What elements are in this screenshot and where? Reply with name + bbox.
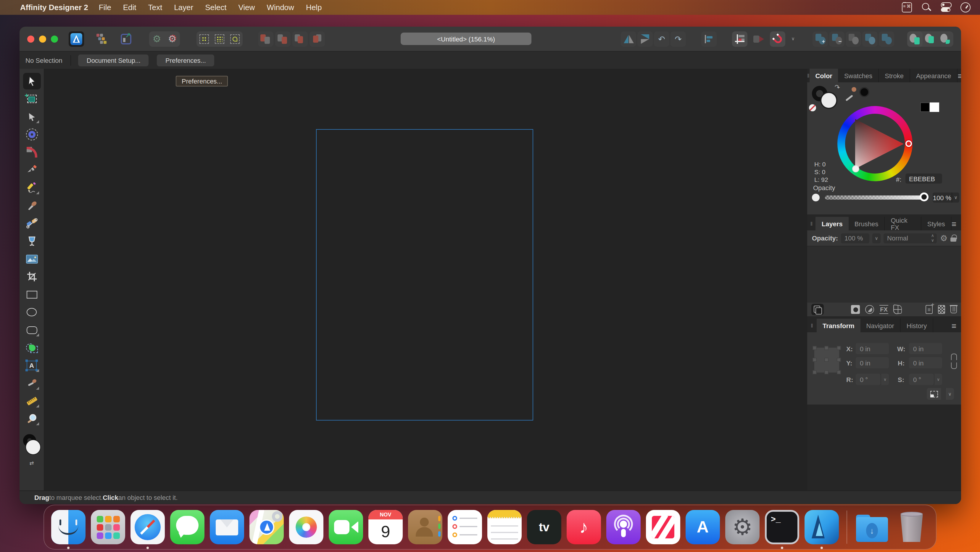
- fill-stroke-wells[interactable]: ⇄: [22, 434, 42, 461]
- flip-horizontal-button[interactable]: [621, 31, 636, 46]
- zoom-tool[interactable]: [23, 410, 41, 427]
- artboard-tool[interactable]: +: [23, 91, 41, 107]
- snapping-options-chevron[interactable]: ∨: [785, 31, 801, 46]
- default-black-swatch[interactable]: [920, 102, 930, 112]
- layers-opacity-field[interactable]: 100 %: [841, 233, 869, 243]
- move-tool[interactable]: [23, 73, 41, 89]
- panel-menu-icon[interactable]: ≡: [951, 217, 961, 230]
- swap-fill-stroke-icon[interactable]: ↷: [834, 83, 840, 91]
- snap-grid-dense-button[interactable]: [212, 31, 227, 46]
- dock-item-podcasts[interactable]: [606, 510, 641, 544]
- color-picker-tool[interactable]: [23, 375, 41, 391]
- panel-menu-icon[interactable]: ≡: [951, 319, 961, 332]
- zoom-window-button[interactable]: [51, 35, 58, 42]
- default-white-swatch[interactable]: [930, 102, 939, 112]
- rotate-cw-button[interactable]: ↷: [670, 31, 686, 46]
- rectangle-tool[interactable]: [23, 286, 41, 303]
- opacity-slider-knob[interactable]: [920, 193, 929, 201]
- delete-layer-icon[interactable]: [950, 306, 957, 313]
- r-field[interactable]: 0 °: [856, 374, 881, 385]
- r-chevron-icon[interactable]: ∨: [881, 374, 889, 385]
- add-pixel-layer-icon[interactable]: [938, 305, 945, 314]
- close-window-button[interactable]: [27, 35, 34, 42]
- vector-brush-tool[interactable]: [23, 197, 41, 214]
- artistic-text-tool[interactable]: A: [23, 357, 41, 374]
- blend-mode-select[interactable]: Normal ∧∨: [883, 233, 937, 243]
- dock-item-app-store[interactable]: A: [686, 510, 720, 544]
- lock-layer-icon[interactable]: [950, 235, 956, 242]
- tab-history[interactable]: History: [901, 319, 933, 332]
- panel-grip-icon[interactable]: ‖: [807, 217, 816, 230]
- hex-input[interactable]: EBEBEB: [905, 174, 942, 183]
- snapping-button[interactable]: [770, 31, 785, 46]
- layers-opacity-chevron[interactable]: ∨: [872, 233, 881, 243]
- dock-item-photos[interactable]: [289, 510, 323, 544]
- duplicate-layers-icon[interactable]: [811, 304, 824, 315]
- opacity-slider[interactable]: [825, 195, 924, 199]
- boolean-combine-button[interactable]: [879, 31, 894, 46]
- flip-vertical-button[interactable]: [637, 31, 653, 46]
- dock-item-trash[interactable]: [894, 510, 929, 544]
- adjustment-layer-icon[interactable]: [865, 305, 874, 314]
- forward-one-button[interactable]: [292, 31, 308, 46]
- dock-item-messages[interactable]: [170, 510, 204, 544]
- insert-on-top-mode-button[interactable]: [938, 31, 953, 46]
- rotate-ccw-button[interactable]: ↶: [654, 31, 669, 46]
- dock-item-downloads[interactable]: ↓: [855, 510, 889, 544]
- sampled-color-swatch[interactable]: [859, 87, 869, 97]
- dock-item-affinity-designer[interactable]: [805, 510, 839, 544]
- h-field[interactable]: 0 in: [909, 357, 942, 369]
- tab-brushes[interactable]: Brushes: [849, 217, 885, 230]
- document-setup-context-button[interactable]: Document Setup...: [78, 54, 149, 66]
- transform-origin-chevron[interactable]: ∨: [945, 388, 954, 400]
- measure-tool[interactable]: [23, 392, 41, 409]
- tab-quickfx[interactable]: Quick FX: [885, 217, 921, 230]
- boolean-intersect-button[interactable]: [846, 31, 861, 46]
- transparency-tool[interactable]: [23, 233, 41, 249]
- clock-icon[interactable]: [961, 2, 970, 13]
- dock-item-music[interactable]: ♪: [566, 510, 601, 544]
- menu-text[interactable]: Text: [142, 3, 168, 12]
- s-chevron-icon[interactable]: ∨: [934, 374, 942, 385]
- insert-behind-mode-button[interactable]: [907, 31, 923, 46]
- spotlight-search-icon[interactable]: [921, 2, 931, 13]
- shade-selector[interactable]: [852, 165, 859, 172]
- panel-menu-icon[interactable]: ≡: [958, 69, 961, 82]
- dock-item-news[interactable]: [646, 510, 680, 544]
- blend-options-gear-icon[interactable]: ⚙: [940, 233, 947, 243]
- dock-item-notes[interactable]: [487, 510, 522, 544]
- fill-well[interactable]: [820, 92, 837, 109]
- place-image-tool[interactable]: [23, 250, 41, 267]
- keyboard-command-palette-icon[interactable]: [902, 2, 912, 13]
- layers-list-empty[interactable]: [807, 246, 961, 303]
- menu-view[interactable]: View: [232, 3, 261, 12]
- boolean-subtract-button[interactable]: −: [829, 31, 845, 46]
- link-dimensions-icon[interactable]: [950, 354, 956, 369]
- panel-grip-icon[interactable]: ‖: [807, 69, 809, 82]
- export-persona-button[interactable]: [118, 31, 134, 46]
- pixel-persona-button[interactable]: [94, 31, 109, 46]
- s-field[interactable]: 0 °: [909, 374, 934, 385]
- dock-item-launchpad[interactable]: [91, 510, 125, 544]
- contour-tool[interactable]: [23, 126, 41, 143]
- menu-layer[interactable]: Layer: [168, 3, 199, 12]
- hue-selector[interactable]: [905, 140, 912, 147]
- dock-item-safari[interactable]: [130, 510, 165, 544]
- swap-colors-icon[interactable]: ⇄: [24, 460, 39, 466]
- dock-item-facetime[interactable]: [329, 510, 363, 544]
- snap-shape-button[interactable]: [227, 31, 243, 46]
- boolean-divide-button[interactable]: [862, 31, 878, 46]
- dock-item-finder[interactable]: [51, 510, 86, 544]
- panel-grip-icon[interactable]: ‖: [807, 319, 817, 332]
- opacity-swatch[interactable]: [812, 194, 819, 201]
- menu-edit[interactable]: Edit: [117, 3, 142, 12]
- dock-item-calendar[interactable]: NOV 9: [368, 510, 403, 544]
- y-field[interactable]: 0 in: [856, 357, 889, 369]
- pencil-tool[interactable]: [23, 179, 41, 196]
- preferences-button[interactable]: ⚙: [164, 31, 180, 46]
- tab-transform[interactable]: Transform: [817, 319, 861, 332]
- move-to-back-button[interactable]: [258, 31, 274, 46]
- menu-window[interactable]: Window: [261, 3, 300, 12]
- node-tool[interactable]: [23, 108, 41, 125]
- dock-item-terminal[interactable]: >_: [765, 510, 799, 544]
